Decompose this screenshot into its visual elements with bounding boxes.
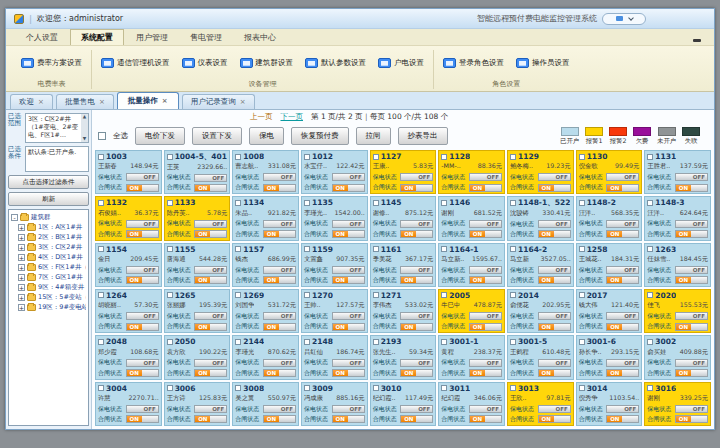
room-checkbox[interactable] xyxy=(647,154,653,160)
baodian-toggle[interactable]: OFF xyxy=(675,359,708,367)
select-all-checkbox[interactable] xyxy=(98,132,106,140)
listbox-scrollbar[interactable]: ▲ ▼ xyxy=(81,114,88,142)
refresh-button[interactable]: 刷新 xyxy=(8,192,89,206)
baodian-toggle[interactable]: OFF xyxy=(194,312,227,320)
hezha-toggle[interactable]: ON xyxy=(332,369,365,377)
toolbar-button-1[interactable]: 设置下发 xyxy=(192,127,242,145)
room-checkbox[interactable] xyxy=(373,154,379,160)
room-checkbox[interactable] xyxy=(235,385,241,391)
hezha-toggle[interactable]: ON xyxy=(263,276,296,284)
room-checkbox[interactable] xyxy=(373,246,379,252)
expand-icon[interactable]: + xyxy=(18,244,25,251)
room-checkbox[interactable] xyxy=(167,385,173,391)
tree-item-1[interactable]: +2区：B区1#井（B区… xyxy=(18,233,86,242)
baodian-toggle[interactable]: OFF xyxy=(606,220,639,228)
close-icon[interactable]: × xyxy=(240,98,246,106)
hezha-toggle[interactable]: ON xyxy=(263,323,296,331)
hezha-toggle[interactable]: ON xyxy=(400,184,433,192)
baodian-toggle[interactable]: OFF xyxy=(126,220,159,228)
room-checkbox[interactable] xyxy=(304,385,310,391)
baodian-toggle[interactable]: OFF xyxy=(332,359,365,367)
hezha-toggle[interactable]: ON xyxy=(469,369,502,377)
hezha-toggle[interactable]: ON xyxy=(332,323,365,331)
doc-tab-2[interactable]: 批量操作× xyxy=(117,92,179,109)
ribbon-button[interactable]: 建筑群设置 xyxy=(237,56,297,70)
expand-icon[interactable]: + xyxy=(18,234,25,241)
hezha-toggle[interactable]: ON xyxy=(538,415,571,423)
toolbar-button-0[interactable]: 电价下发 xyxy=(135,127,185,145)
baodian-toggle[interactable]: OFF xyxy=(538,359,571,367)
room-checkbox[interactable] xyxy=(647,292,653,298)
hezha-toggle[interactable]: ON xyxy=(606,415,639,423)
room-checkbox[interactable] xyxy=(510,385,516,391)
room-checkbox[interactable] xyxy=(579,154,585,160)
scroll-up-icon[interactable]: ▲ xyxy=(83,114,86,120)
ribbon-button[interactable]: 费率方案设置 xyxy=(18,56,85,70)
tree-item-4[interactable]: +6区：F区1#井（F区… xyxy=(18,263,86,272)
room-checkbox[interactable] xyxy=(510,200,516,206)
toolbar-button-4[interactable]: 拉闸 xyxy=(356,127,391,145)
room-checkbox[interactable] xyxy=(167,292,173,298)
room-checkbox[interactable] xyxy=(304,339,310,345)
hezha-toggle[interactable]: ON xyxy=(126,230,159,238)
room-checkbox[interactable] xyxy=(510,292,516,298)
close-icon[interactable]: × xyxy=(99,98,105,106)
hezha-toggle[interactable]: ON xyxy=(263,230,296,238)
baodian-toggle[interactable]: OFF xyxy=(400,173,433,181)
hezha-toggle[interactable]: ON xyxy=(469,415,502,423)
room-checkbox[interactable] xyxy=(647,246,653,252)
room-checkbox[interactable] xyxy=(167,246,173,252)
room-checkbox[interactable] xyxy=(98,339,104,345)
baodian-toggle[interactable]: OFF xyxy=(675,312,708,320)
hezha-toggle[interactable]: ON xyxy=(606,230,639,238)
ribbon-collapse-button[interactable] xyxy=(690,35,704,45)
room-checkbox[interactable] xyxy=(647,200,653,206)
baodian-toggle[interactable]: OFF xyxy=(538,173,571,181)
room-checkbox[interactable] xyxy=(579,385,585,391)
room-checkbox[interactable] xyxy=(441,385,447,391)
hezha-toggle[interactable]: ON xyxy=(194,276,227,284)
toolbar-button-3[interactable]: 恢复预付费 xyxy=(291,127,349,145)
expand-icon[interactable]: + xyxy=(18,224,25,231)
hezha-toggle[interactable]: ON xyxy=(675,230,708,238)
baodian-toggle[interactable]: OFF xyxy=(126,405,159,413)
selected-condition-box[interactable]: 默认条:已开户条. xyxy=(25,146,89,172)
hezha-toggle[interactable]: ON xyxy=(126,323,159,331)
filter-select-button[interactable]: 点击选择过滤条件 xyxy=(8,175,89,189)
ribbon-button[interactable]: 登录角色设置 xyxy=(440,56,507,70)
hezha-toggle[interactable]: ON xyxy=(538,323,571,331)
tree-item-7[interactable]: +15区：5#变站（3#… xyxy=(18,293,86,302)
hezha-toggle[interactable]: ON xyxy=(538,369,571,377)
ribbon-tab-4[interactable]: 报表中心 xyxy=(234,30,286,45)
room-checkbox[interactable] xyxy=(579,339,585,345)
hezha-toggle[interactable]: ON xyxy=(400,230,433,238)
room-checkbox[interactable] xyxy=(373,292,379,298)
baodian-toggle[interactable]: OFF xyxy=(400,220,433,228)
room-checkbox[interactable] xyxy=(647,385,653,391)
hezha-toggle[interactable]: ON xyxy=(469,323,502,331)
room-checkbox[interactable] xyxy=(441,200,447,206)
collapse-expander-icon[interactable]: - xyxy=(11,214,18,221)
room-checkbox[interactable] xyxy=(441,292,447,298)
hezha-toggle[interactable]: ON xyxy=(332,415,365,423)
ribbon-tab-2[interactable]: 用户管理 xyxy=(126,30,178,45)
room-checkbox[interactable] xyxy=(98,246,104,252)
room-checkbox[interactable] xyxy=(98,385,104,391)
baodian-toggle[interactable]: OFF xyxy=(469,405,502,413)
hezha-toggle[interactable]: ON xyxy=(194,184,227,192)
tree-item-0[interactable]: +1区：A区1#井 xyxy=(18,223,86,232)
room-checkbox[interactable] xyxy=(235,154,241,160)
baodian-toggle[interactable]: OFF xyxy=(606,359,639,367)
hezha-toggle[interactable]: ON xyxy=(469,230,502,238)
room-checkbox[interactable] xyxy=(167,339,173,345)
ribbon-button[interactable]: 默认参数设置 xyxy=(302,56,369,70)
expand-icon[interactable]: + xyxy=(18,294,25,301)
room-checkbox[interactable] xyxy=(304,154,310,160)
room-checkbox[interactable] xyxy=(510,154,516,160)
baodian-toggle[interactable]: OFF xyxy=(538,312,571,320)
baodian-toggle[interactable]: OFF xyxy=(194,174,227,182)
baodian-toggle[interactable]: OFF xyxy=(126,312,159,320)
baodian-toggle[interactable]: OFF xyxy=(469,266,502,274)
hezha-toggle[interactable]: ON xyxy=(400,415,433,423)
baodian-toggle[interactable]: OFF xyxy=(263,173,296,181)
